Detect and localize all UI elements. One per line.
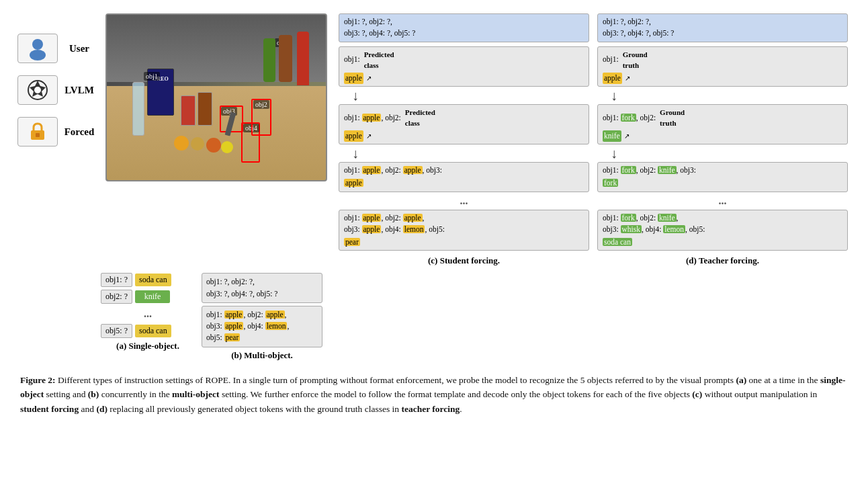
dots-a: ...	[101, 306, 195, 321]
panel-d-header-text: obj1: ?, obj2: ?,obj3: ?, obj4: ?, obj5:…	[603, 17, 674, 37]
c-arrow-down-2: ↓	[339, 147, 589, 160]
d-step3-prompt: obj1: fork, obj2: knife, obj3:	[603, 166, 696, 174]
svg-point-3	[34, 87, 41, 93]
lvlm-label: LVLM	[62, 85, 97, 96]
panel-b-title: (b) Multi-object.	[202, 350, 322, 361]
qa-q2: obj2: ?	[101, 290, 132, 304]
svg-point-1	[30, 50, 46, 60]
svg-rect-5	[36, 133, 40, 137]
d-step1-prompt: obj1:	[603, 54, 619, 65]
user-row: User	[17, 34, 97, 63]
d-step2-answer: knife	[603, 130, 621, 142]
panel-c: obj1: ?, obj2: ?,obj3: ?, obj4: ?, obj5:…	[339, 13, 589, 266]
c-final-prompt: obj1: apple, obj2: apple,obj3: apple, ob…	[344, 214, 445, 233]
left-panel: User LVLM	[20, 13, 94, 147]
forced-row: Forced	[17, 117, 97, 147]
c-step1-answer: apple	[344, 73, 363, 84]
panel-d-title: (d) Teacher forcing.	[597, 255, 848, 266]
panel-d-step1: obj1: Groundtruth apple ↗	[597, 46, 848, 87]
panel-d: obj1: ?, obj2: ?,obj3: ?, obj4: ?, obj5:…	[597, 13, 848, 266]
panel-c-header: obj1: ?, obj2: ?,obj3: ?, obj4: ?, obj5:…	[339, 13, 589, 42]
panel-a-rows: obj1: ? soda can obj2: ? knife ... obj5:…	[101, 273, 195, 338]
d-final-answer: soda can	[603, 238, 632, 246]
obj1-label: obj1	[144, 72, 160, 81]
qa-a1: soda can	[135, 274, 171, 286]
lock-icon	[26, 120, 50, 144]
d-arrow2: ↗	[624, 131, 630, 141]
scene-photo: OREO obj4 obj3 obj2 obj1 obj5	[105, 13, 327, 181]
lvlm-row: LVLM	[17, 75, 97, 105]
panel-b-answer: obj1: apple, obj2: apple, obj3: apple, o…	[202, 306, 322, 347]
c-step3-prompt: obj1: apple, obj2: apple, obj3:	[344, 166, 442, 174]
d-step2-prompt: obj1: fork, obj2:	[603, 112, 656, 124]
lvlm-icon-box	[17, 75, 58, 105]
panel-c-header-text: obj1: ?, obj2: ?,obj3: ?, obj4: ?, obj5:…	[344, 17, 415, 37]
c-predicted-label-1: Predictedclass	[364, 49, 394, 71]
photo-area: OREO obj4 obj3 obj2 obj1 obj5	[102, 13, 331, 181]
qa-row-2: obj2: ? knife	[101, 290, 195, 304]
user-icon-box	[17, 34, 58, 63]
d-arrow1: ↗	[625, 73, 630, 83]
d-ground-label-2: Groundtruth	[660, 107, 685, 129]
panel-d-step2: obj1: fork, obj2: Groundtruth knife ↗	[597, 104, 848, 144]
obj2-label: obj2	[253, 100, 269, 109]
panel-a-content: obj1: ? soda can obj2: ? knife ... obj5:…	[101, 273, 195, 351]
panel-b-query: obj1: ?, obj2: ?,obj3: ?, obj4: ?, obj5:…	[202, 273, 322, 303]
d-final-prompt: obj1: fork, obj2: knife,obj3: whisk, obj…	[603, 214, 705, 233]
panel-c-step-final: obj1: apple, obj2: apple,obj3: apple, ob…	[339, 210, 589, 251]
c-arrow-down-1: ↓	[339, 89, 589, 102]
d-dots: ...	[597, 194, 848, 208]
c-final-answer: pear	[344, 238, 360, 246]
user-label: User	[62, 43, 97, 54]
caption-start: Figure 2: Different types of instruction…	[20, 375, 846, 414]
qa-row-5: obj5: ? soda can	[101, 324, 195, 338]
c-step2-answer: apple	[344, 130, 363, 142]
qa-row-1: obj1: ? soda can	[101, 273, 195, 287]
qa-q5: obj5: ?	[101, 324, 132, 338]
figure-caption: Figure 2: Different types of instruction…	[20, 373, 848, 417]
svg-point-0	[32, 39, 43, 50]
forced-icon-box	[17, 117, 58, 147]
panel-a-title: (a) Single-object.	[101, 341, 195, 351]
c-arrow2: ↗	[366, 131, 372, 141]
panel-c-step2: obj1: apple, obj2: Predictedclass apple …	[339, 104, 589, 144]
qa-a2: knife	[135, 290, 170, 303]
panel-d-step3: obj1: fork, obj2: knife, obj3: fork	[597, 162, 848, 192]
panel-c-title: (c) Student forcing.	[339, 255, 589, 266]
d-step1-answer: apple	[603, 73, 622, 84]
panel-c-step1: obj1: Predictedclass apple ↗	[339, 46, 589, 87]
user-icon	[26, 36, 50, 60]
d-step3-answer: fork	[603, 179, 618, 187]
panel-d-header: obj1: ?, obj2: ?,obj3: ?, obj4: ?, obj5:…	[597, 13, 848, 42]
c-step2-prompt: obj1: apple, obj2:	[344, 112, 401, 124]
panel-d-step-final: obj1: fork, obj2: knife,obj3: whisk, obj…	[597, 210, 848, 251]
panel-c-step3: obj1: apple, obj2: apple, obj3: apple	[339, 162, 589, 192]
figure-container: User LVLM	[20, 13, 848, 416]
c-step3-answer: apple	[344, 179, 363, 187]
qa-a5: soda can	[135, 325, 171, 337]
c-predicted-label-2: Predictedclass	[405, 107, 435, 129]
top-section: User LVLM	[20, 13, 848, 266]
qa-q1: obj1: ?	[101, 273, 132, 287]
panel-b-content: obj1: ?, obj2: ?,obj3: ?, obj4: ?, obj5:…	[202, 273, 322, 360]
c-dots: ...	[339, 194, 589, 208]
d-arrow-down-2: ↓	[597, 147, 848, 160]
d-ground-label-1: Groundtruth	[623, 49, 648, 71]
bottom-section: obj1: ? soda can obj2: ? knife ... obj5:…	[20, 273, 848, 360]
forced-label: Forced	[62, 126, 97, 138]
c-step1-prompt: obj1:	[344, 54, 360, 65]
lvlm-icon	[26, 78, 50, 102]
d-arrow-down-1: ↓	[597, 89, 848, 102]
c-arrow1: ↗	[366, 73, 372, 83]
